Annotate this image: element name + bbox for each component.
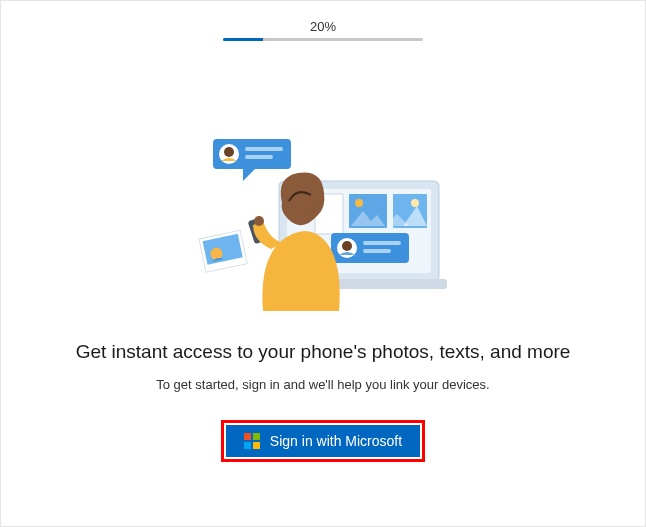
page-heading: Get instant access to your phone's photo… [76, 341, 571, 363]
svg-point-15 [342, 241, 352, 251]
svg-point-10 [224, 147, 234, 157]
progress-bar [223, 38, 423, 41]
sign-in-with-microsoft-button[interactable]: Sign in with Microsoft [226, 425, 420, 457]
sign-in-button-label: Sign in with Microsoft [270, 433, 402, 449]
svg-point-23 [254, 216, 264, 226]
page-subheading: To get started, sign in and we'll help y… [156, 377, 489, 392]
svg-point-21 [285, 191, 313, 219]
signin-highlight-frame: Sign in with Microsoft [221, 420, 425, 462]
hero-illustration [183, 131, 463, 311]
progress-percent-label: 20% [310, 19, 336, 34]
progress-section: 20% [1, 1, 645, 41]
svg-rect-12 [245, 155, 273, 159]
svg-point-7 [411, 199, 419, 207]
svg-rect-11 [245, 147, 283, 151]
microsoft-logo-icon [244, 433, 260, 449]
svg-point-5 [355, 199, 363, 207]
svg-rect-16 [363, 241, 401, 245]
svg-rect-17 [363, 249, 391, 253]
progress-bar-fill [223, 38, 263, 41]
